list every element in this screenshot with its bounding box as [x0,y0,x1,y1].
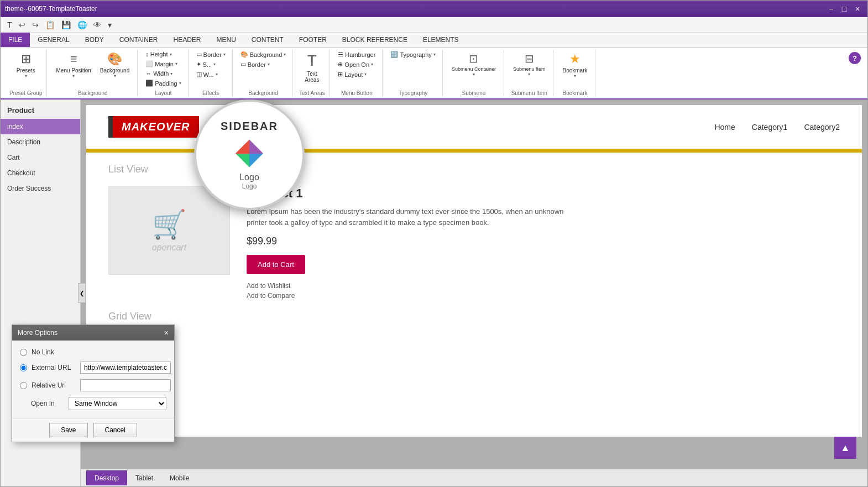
external-url-input[interactable] [80,362,171,374]
copy-btn[interactable]: 📋 [43,19,57,30]
border-2-btn[interactable]: ▭ Border ▾ [238,60,289,69]
typo-group-title: Typography [399,88,427,96]
external-url-radio[interactable] [20,364,27,371]
preview-btn[interactable]: 👁 [91,19,103,30]
effects-w-btn[interactable]: ◫ W... ▾ [194,70,228,79]
sidebar-item-description[interactable]: Description [1,134,80,150]
product-list: 🛒 opencart Product 1 Lorem Ipsum has bee… [108,186,840,300]
height-icon: ↕ [145,51,149,57]
text-tool-btn[interactable]: T [5,19,14,30]
close-button[interactable]: × [852,3,863,14]
sidebar-item-checkout[interactable]: Checkout [1,165,80,181]
dialog-save-button[interactable]: Save [49,423,87,437]
browser-btn[interactable]: 🌐 [75,19,89,30]
tab-file[interactable]: FILE [1,33,30,47]
tab-body[interactable]: BODY [77,33,112,47]
help-button[interactable]: ? [849,52,861,64]
open-on-btn[interactable]: ⊕ Open On ▾ [336,60,378,69]
sidebar-item-index[interactable]: index [1,119,80,134]
help-area: ? [846,50,863,96]
collapse-btn[interactable]: ❮ [78,283,86,303]
tab-mobile[interactable]: Mobile [161,470,197,485]
tab-content[interactable]: CONTENT [244,33,291,47]
main-window: theme--60057-TemplateToaster − □ × T ↩ ↪… [0,0,868,487]
dialog-close-button[interactable]: × [164,328,169,337]
layout-items: ↕ Height ▾ ⬜ Margin ▾ ↔ Width ▾ [143,50,183,88]
nav-category2[interactable]: Category2 [804,123,840,132]
bg2-items: 🎨 Background ▾ ▭ Border ▾ [238,50,289,88]
bottom-bar: Desktop Tablet Mobile [81,469,867,486]
add-to-wishlist-link[interactable]: Add to Wishlist [247,282,840,290]
tab-header[interactable]: HEADER [166,33,209,47]
width-btn[interactable]: ↔ Width ▾ [143,69,183,78]
submenu-container-icon: ⊡ [469,52,478,65]
submenu-item-btn[interactable]: ⊟ Submenu Item ▾ [510,50,549,79]
typography-btn[interactable]: 🔡 Typography ▾ [388,50,437,59]
save-btn[interactable]: 💾 [59,19,73,30]
presets-icon: ⊞ [21,52,31,66]
padding-btn[interactable]: ⬛ Padding ▾ [143,78,183,88]
open-in-select[interactable]: Same Window New Window [69,397,166,410]
undo-btn[interactable]: ↩ [17,19,28,30]
sidebar-item-cart[interactable]: Cart [1,150,80,165]
ribbon-group-bookmark: ★ Bookmark ▾ Bookmark [555,50,595,96]
gem-shape [236,140,263,167]
menu-pos-icon: ≡ [70,52,77,66]
layout-group-title: Layout [155,88,171,96]
background-icon: 🎨 [107,52,122,66]
maximize-button[interactable]: □ [839,3,850,14]
cart-placeholder-icon: 🛒 [152,208,186,240]
submenu-container-btn[interactable]: ⊡ Submenu Container ▾ [448,50,499,79]
text-areas-items: T TextAreas [299,50,325,88]
tab-block-reference[interactable]: BLOCK REFERENCE [334,33,415,47]
menu-position-btn[interactable]: ≡ Menu Position ▾ [53,50,94,81]
window-controls: − □ × [825,3,863,14]
tab-container[interactable]: CONTAINER [112,33,166,47]
border-effect-btn[interactable]: ▭ Border ▾ [194,50,228,59]
submenu-item-label: Submenu Item [513,66,546,72]
tab-menu[interactable]: MENU [209,33,244,47]
hamburger-btn[interactable]: ☰ Hamburger [336,50,378,59]
redo-btn[interactable]: ↪ [30,19,41,30]
padding-icon: ⬛ [145,80,153,87]
tab-footer[interactable]: FOOTER [291,33,334,47]
height-btn[interactable]: ↕ Height ▾ [143,50,183,59]
external-url-row: External URL [20,362,166,374]
sidebar-item-order-success[interactable]: Order Success [1,181,80,196]
bg2-col: 🎨 Background ▾ ▭ Border ▾ [238,50,289,69]
back-to-top-button[interactable]: ▲ [834,437,856,459]
background-2-btn[interactable]: 🎨 Background ▾ [238,50,289,59]
product-name: Product 1 [247,186,840,201]
dialog-cancel-button[interactable]: Cancel [93,423,137,437]
margin-btn[interactable]: ⬜ Margin ▾ [143,59,183,69]
background-label: Background [100,67,129,74]
main-area: Product index Description Cart Checkout … [1,100,867,486]
background-btn[interactable]: 🎨 Background ▾ [97,50,133,81]
minimize-button[interactable]: − [825,3,836,14]
product-info: Product 1 Lorem Ipsum has been the indus… [247,186,840,300]
bookmark-btn[interactable]: ★ Bookmark ▾ [559,50,590,81]
tab-general[interactable]: GENERAL [30,33,77,47]
bookmark-icon: ★ [569,52,581,66]
product-desc: Lorem Ipsum has been the industry's stan… [247,206,578,228]
layout-btn[interactable]: ⊞ Layout ▾ [336,70,378,79]
nav-home[interactable]: Home [714,123,735,132]
text-areas-btn[interactable]: T TextAreas [299,50,325,85]
ribbon-group-layout: ↕ Height ▾ ⬜ Margin ▾ ↔ Width ▾ [139,50,188,96]
preset-group-label: Preset Group [9,88,42,96]
tab-desktop[interactable]: Desktop [86,470,127,485]
presets-btn[interactable]: ⊞ Presets ▾ [13,50,39,81]
effects-s-btn[interactable]: ✦ S... ▾ [194,60,228,69]
add-to-compare-link[interactable]: Add to Compare [247,292,840,300]
no-link-radio[interactable] [20,349,27,356]
more-btn[interactable]: ▾ [106,19,114,30]
relative-url-radio[interactable] [20,382,27,389]
tab-elements[interactable]: ELEMENTS [415,33,467,47]
ribbon-group-bg2: 🎨 Background ▾ ▭ Border ▾ Background [234,50,294,96]
hamburger-icon: ☰ [338,51,343,58]
tab-tablet[interactable]: Tablet [127,470,161,485]
nav-category1[interactable]: Category1 [752,123,788,132]
relative-url-input[interactable] [80,379,171,391]
typo-col: 🔡 Typography ▾ [388,50,437,59]
add-to-cart-button[interactable]: Add to Cart [247,255,305,274]
